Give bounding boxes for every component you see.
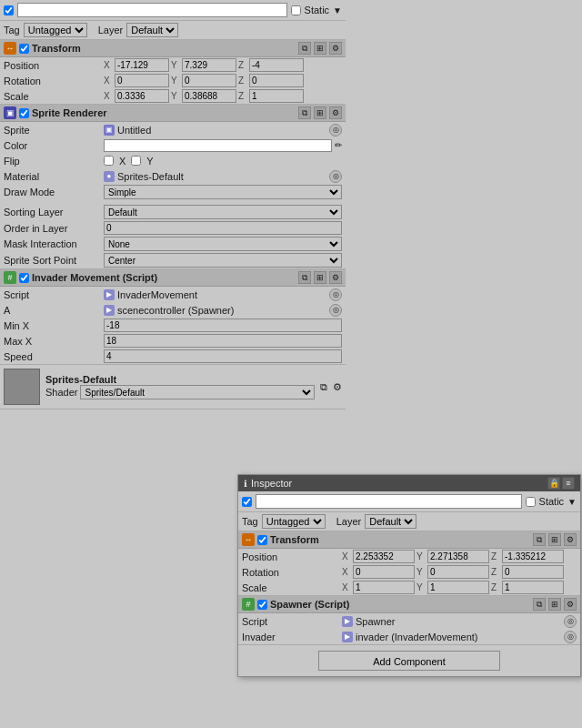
invader-movement-layout-btn[interactable]: ⊞	[314, 271, 326, 284]
material-copy-btn[interactable]: ⧉	[320, 381, 327, 393]
bottom-tag-select[interactable]: Untagged	[262, 514, 326, 529]
shader-select[interactable]: Sprites/Default	[80, 385, 315, 399]
invader-movement-copy-btn[interactable]: ⧉	[298, 271, 311, 284]
invader-movement-settings-btn[interactable]: ⚙	[329, 271, 342, 284]
bottom-rot-y-label: Y	[416, 567, 426, 577]
rot-y-input[interactable]	[182, 74, 236, 87]
invader-movement-header: # Invader Movement (Script) ⧉ ⊞ ⚙	[0, 269, 346, 287]
a-select-btn[interactable]: ◎	[329, 304, 342, 317]
bottom-rot-z-input[interactable]	[502, 565, 564, 579]
invader-row: Invader ▶ invader (InvaderMovement) ◎	[238, 629, 580, 644]
scale-x-input[interactable]	[115, 89, 169, 103]
color-row: Color ✏	[0, 137, 346, 153]
bottom-pos-x-input[interactable]	[353, 550, 415, 563]
speed-input[interactable]	[104, 349, 342, 363]
transform-layout-btn[interactable]: ⊞	[314, 42, 326, 55]
spawner-layout-btn[interactable]: ⊞	[548, 598, 561, 611]
bottom-pos-z-label: Z	[491, 551, 500, 561]
invader-ref-value: ▶ invader (InvaderMovement)	[342, 632, 564, 642]
sprite-name: Untitled	[117, 125, 151, 136]
panel-lock-btn[interactable]: 🔒	[547, 477, 560, 490]
bottom-layer-label: Layer	[336, 516, 362, 527]
bottom-object-active-checkbox[interactable]	[242, 497, 252, 507]
order-in-layer-input[interactable]	[104, 221, 342, 235]
bottom-scale-x-input[interactable]	[353, 581, 415, 594]
draw-mode-select[interactable]: Simple	[104, 185, 342, 199]
bottom-static-checkbox[interactable]	[526, 497, 536, 507]
sprite-value: ▣ Untitled	[104, 125, 329, 136]
pipette-btn[interactable]: ✏	[335, 140, 342, 150]
flip-y-checkbox[interactable]	[131, 156, 141, 166]
static-dropdown-arrow[interactable]: ▼	[333, 5, 342, 15]
spawner-settings-btn[interactable]: ⚙	[564, 598, 577, 611]
panel-menu-btn[interactable]: ≡	[562, 477, 575, 490]
sprite-renderer-copy-btn[interactable]: ⧉	[298, 106, 311, 119]
rot-x-input[interactable]	[115, 74, 169, 87]
bottom-transform-settings-btn[interactable]: ⚙	[564, 533, 577, 546]
bottom-transform-icon: ↔	[242, 533, 255, 546]
pos-x-input[interactable]	[115, 58, 169, 72]
bottom-static-dropdown-arrow[interactable]: ▼	[567, 497, 577, 507]
transform-copy-btn[interactable]: ⧉	[298, 42, 311, 55]
bottom-transform-layout-btn[interactable]: ⊞	[548, 533, 561, 546]
static-checkbox[interactable]	[291, 5, 301, 15]
bottom-pos-z-input[interactable]	[502, 550, 564, 563]
bottom-rot-x-input[interactable]	[353, 565, 415, 579]
inspector-panel-icon: ℹ	[244, 479, 247, 489]
order-in-layer-row: Order in Layer	[0, 220, 346, 236]
rotation-row: Rotation X Y Z	[0, 73, 346, 88]
min-x-input[interactable]	[104, 318, 342, 332]
transform-header: ↔ Transform ⧉ ⊞ ⚙	[0, 40, 346, 57]
bottom-object-name-input[interactable]: scenecontroller	[256, 494, 522, 509]
panel-title: Inspector	[251, 478, 544, 489]
sprite-renderer-enabled-checkbox[interactable]	[19, 108, 29, 118]
transform-settings-btn[interactable]: ⚙	[329, 42, 342, 55]
position-label: Position	[4, 60, 104, 71]
scale-y-label: Y	[171, 91, 180, 101]
draw-mode-row: Draw Mode Simple	[0, 184, 346, 200]
sprite-renderer-settings-btn[interactable]: ⚙	[329, 106, 342, 119]
invader-select-btn[interactable]: ◎	[564, 631, 577, 643]
transform-enabled-checkbox[interactable]	[19, 44, 29, 54]
rot-z-input[interactable]	[249, 74, 304, 87]
bottom-transform-enabled-checkbox[interactable]	[257, 535, 267, 545]
material-select-btn[interactable]: ◎	[329, 170, 342, 183]
bottom-scale-z-input[interactable]	[502, 581, 564, 594]
bottom-rotation-label: Rotation	[242, 567, 342, 578]
pos-z-input[interactable]	[249, 58, 304, 72]
tag-select[interactable]: Untagged	[24, 23, 87, 37]
object-active-checkbox[interactable]	[4, 5, 14, 15]
bottom-scale-y-input[interactable]	[427, 581, 489, 594]
color-swatch[interactable]	[104, 139, 332, 152]
invader-movement-enabled-checkbox[interactable]	[19, 273, 29, 283]
material-footer-section: Sprites-Default Shader Sprites/Default ⧉…	[0, 365, 346, 410]
bottom-pos-y-input[interactable]	[427, 550, 489, 563]
bottom-transform-component: ↔ Transform ⧉ ⊞ ⚙ Position X Y Z Rotatio…	[238, 531, 580, 596]
flip-x-checkbox[interactable]	[104, 156, 114, 166]
object-name-input[interactable]: invader	[17, 3, 287, 17]
spawner-enabled-checkbox[interactable]	[257, 600, 267, 610]
speed-label: Speed	[4, 351, 104, 362]
script-select-btn[interactable]: ◎	[329, 288, 342, 301]
sorting-layer-select[interactable]: Default	[104, 205, 342, 219]
tag-label: Tag	[4, 25, 20, 35]
material-settings-btn[interactable]: ⚙	[333, 381, 342, 393]
spawner-copy-btn[interactable]: ⧉	[533, 598, 546, 611]
sprite-renderer-layout-btn[interactable]: ⊞	[314, 106, 326, 119]
bottom-layer-select[interactable]: Default	[365, 514, 416, 529]
sprite-select-btn[interactable]: ◎	[329, 124, 342, 136]
sprite-sort-point-select[interactable]: Center	[104, 253, 342, 268]
bottom-rot-y-input[interactable]	[427, 565, 489, 579]
spawner-script-row: Script ▶ Spawner ◎	[238, 613, 580, 629]
bottom-transform-copy-btn[interactable]: ⧉	[533, 533, 546, 546]
layer-label: Layer	[98, 25, 124, 35]
add-component-button[interactable]: Add Component	[318, 651, 500, 671]
mask-interaction-select[interactable]: None	[104, 237, 342, 251]
max-x-input[interactable]	[104, 334, 342, 348]
scale-z-input[interactable]	[249, 89, 304, 103]
bottom-position-row: Position X Y Z	[238, 549, 580, 564]
pos-y-input[interactable]	[182, 58, 236, 72]
layer-select[interactable]: Default	[126, 23, 178, 37]
scale-y-input[interactable]	[182, 89, 236, 103]
spawner-script-select-btn[interactable]: ◎	[564, 615, 577, 628]
